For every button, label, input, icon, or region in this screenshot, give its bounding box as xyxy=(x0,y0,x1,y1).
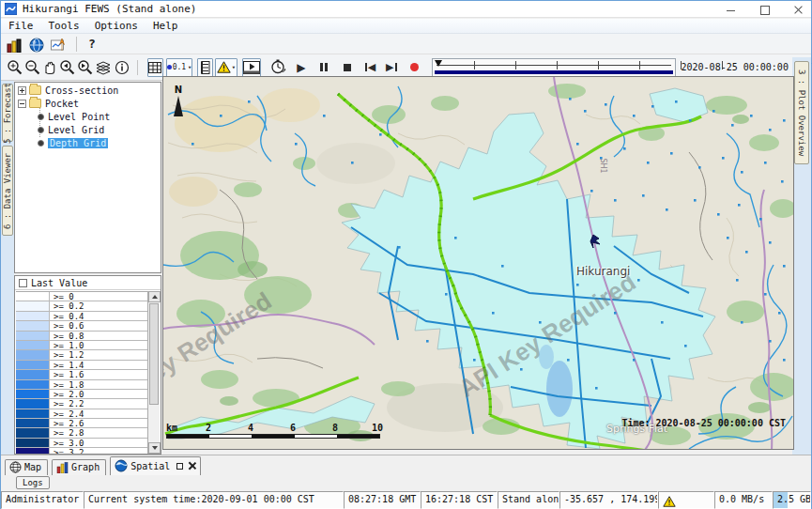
status-warning-cell[interactable] xyxy=(658,491,714,509)
tab-data-viewer[interactable]: 6 : Data Viewer xyxy=(2,146,13,236)
menu-options[interactable]: Options xyxy=(87,19,146,34)
expand-plus-icon[interactable] xyxy=(18,86,26,95)
warning-dropdown[interactable]: ▾ xyxy=(215,58,237,77)
legend-row[interactable]: >= 2.6 xyxy=(16,419,147,428)
map-time-label: Time: 2020-08-25 00:00:00 CST xyxy=(621,418,786,428)
zoom-previous-icon[interactable] xyxy=(59,58,75,77)
tab-map[interactable]: Map xyxy=(5,459,48,475)
undock-icon[interactable] xyxy=(176,463,183,470)
timer-icon[interactable] xyxy=(270,58,286,77)
legend-row[interactable]: >= 3.0 xyxy=(16,439,147,448)
legend-row[interactable]: >= 2.0 xyxy=(16,390,147,399)
warning-icon xyxy=(663,496,676,507)
tree-node-level-grid[interactable]: Level Grid xyxy=(15,124,161,135)
layers-icon[interactable] xyxy=(95,58,112,77)
info-icon[interactable] xyxy=(114,58,129,77)
grid-icon[interactable] xyxy=(147,58,163,77)
status-mode: Stand alone xyxy=(498,491,559,509)
legend-row[interactable]: >= 0.6 xyxy=(16,321,147,331)
threshold-value: 0.1 xyxy=(173,63,186,71)
pause-icon[interactable] xyxy=(316,58,331,77)
tab-graph[interactable]: Graph xyxy=(52,459,106,475)
legend-row[interactable]: >= 0.4 xyxy=(16,312,147,321)
map-viewport[interactable]: N API Key Required API Key Required Hiku… xyxy=(162,76,794,450)
legend-color-swatch xyxy=(16,448,50,454)
window-title: Hikurangi FEWS (Stand alone) xyxy=(23,3,196,15)
wire-globe-icon xyxy=(9,461,22,473)
folder-icon xyxy=(29,85,41,95)
maximize-button[interactable] xyxy=(760,5,770,14)
legend-row[interactable]: >= 2.4 xyxy=(16,409,147,419)
timeline-slider[interactable] xyxy=(432,58,676,77)
legend-row[interactable]: >= 1.8 xyxy=(16,380,147,390)
north-indicator: N xyxy=(171,85,186,116)
record-icon[interactable] xyxy=(406,58,421,77)
legend-color-swatch xyxy=(16,439,50,447)
tree-node-label[interactable]: Cross-section xyxy=(45,85,118,96)
logs-row: Logs xyxy=(1,475,811,491)
legend-color-swatch xyxy=(16,312,50,320)
play-icon[interactable]: ▶ xyxy=(294,58,309,77)
tab-spatial[interactable]: Spatial xyxy=(110,456,201,475)
scroll-up-icon[interactable] xyxy=(148,291,161,302)
collapse-minus-icon[interactable] xyxy=(18,100,26,108)
legend-row[interactable]: >= 1.0 xyxy=(16,341,147,350)
legend-header: Last Value xyxy=(15,276,161,290)
chart-export-icon[interactable] xyxy=(50,36,69,53)
logs-button[interactable]: Logs xyxy=(16,476,50,489)
legend-row[interactable]: >= 0 xyxy=(16,292,147,301)
legend-color-swatch xyxy=(16,390,50,398)
legend-row-label: >= 1.4 xyxy=(50,361,84,369)
threshold-dropdown[interactable]: 0.1 ▾ xyxy=(166,58,193,77)
last-value-checkbox[interactable] xyxy=(19,279,27,287)
legend-row[interactable]: >= 0.8 xyxy=(16,332,147,341)
zoom-next-icon[interactable] xyxy=(77,58,93,77)
scrollbar-thumb[interactable] xyxy=(149,303,159,405)
legend-row[interactable]: >= 3.2 xyxy=(16,448,147,454)
tab-plot-overview[interactable]: 3 : Plot Overview xyxy=(794,61,809,164)
legend-row-label: >= 1.0 xyxy=(50,341,84,349)
tree-node-label[interactable]: Level Point xyxy=(48,112,110,122)
profile-ruler-icon[interactable] xyxy=(197,58,213,77)
tree-node-cross-section[interactable]: Cross-section xyxy=(15,85,161,96)
legend-row-label: >= 1.2 xyxy=(50,350,84,359)
tree-node-label[interactable]: Level Grid xyxy=(48,125,104,135)
north-label: N xyxy=(175,85,182,95)
timeline-thumb[interactable] xyxy=(435,60,442,67)
close-tab-icon[interactable] xyxy=(189,462,196,470)
pan-hand-icon[interactable] xyxy=(42,58,57,77)
menu-file[interactable]: File xyxy=(1,19,41,34)
tree-node-pocket[interactable]: Pocket xyxy=(15,98,161,109)
menu-help[interactable]: Help xyxy=(146,19,186,34)
tree-node-label[interactable]: Pocket xyxy=(45,99,79,109)
legend-scrollbar[interactable] xyxy=(147,291,160,454)
zoom-in-icon[interactable] xyxy=(7,58,23,77)
toolbar-separator xyxy=(76,37,77,52)
stop-icon[interactable] xyxy=(340,58,355,77)
application-window: Hikurangi FEWS (Stand alone) File Tools … xyxy=(0,0,812,509)
tree-node-level-point[interactable]: Level Point xyxy=(15,111,161,122)
scroll-down-icon[interactable] xyxy=(148,442,161,454)
legend-row[interactable]: >= 1.6 xyxy=(16,370,147,379)
minimize-button[interactable] xyxy=(727,5,736,14)
globe-icon[interactable] xyxy=(27,36,46,53)
tab-forecast[interactable]: 5 : Forecast xyxy=(2,84,13,142)
zoom-out-icon[interactable] xyxy=(24,58,40,77)
skip-start-icon[interactable]: ◀ xyxy=(362,58,377,77)
help-icon[interactable]: ? xyxy=(84,37,100,51)
skip-end-icon[interactable]: ▶ xyxy=(384,58,399,77)
legend-row[interactable]: >= 2.2 xyxy=(16,399,147,409)
legend-row[interactable]: >= 0.2 xyxy=(16,301,147,311)
animation-icon[interactable] xyxy=(242,58,261,77)
legend-row[interactable]: >= 2.8 xyxy=(16,428,147,438)
close-button[interactable] xyxy=(794,5,804,14)
menu-tools[interactable]: Tools xyxy=(41,19,87,34)
bottom-tab-bar: Map Graph Spatial xyxy=(1,455,811,475)
tree-node-label-selected[interactable]: Depth Grid xyxy=(48,138,108,148)
folder-icon xyxy=(29,99,41,108)
legend-row[interactable]: >= 1.2 xyxy=(16,350,147,360)
legend-row[interactable]: >= 1.4 xyxy=(16,361,147,370)
database-bars-icon[interactable] xyxy=(5,36,23,53)
tree-node-depth-grid[interactable]: Depth Grid xyxy=(15,137,161,148)
left-tab-strip: 5 : Forecast 6 : Data Viewer xyxy=(1,81,14,455)
